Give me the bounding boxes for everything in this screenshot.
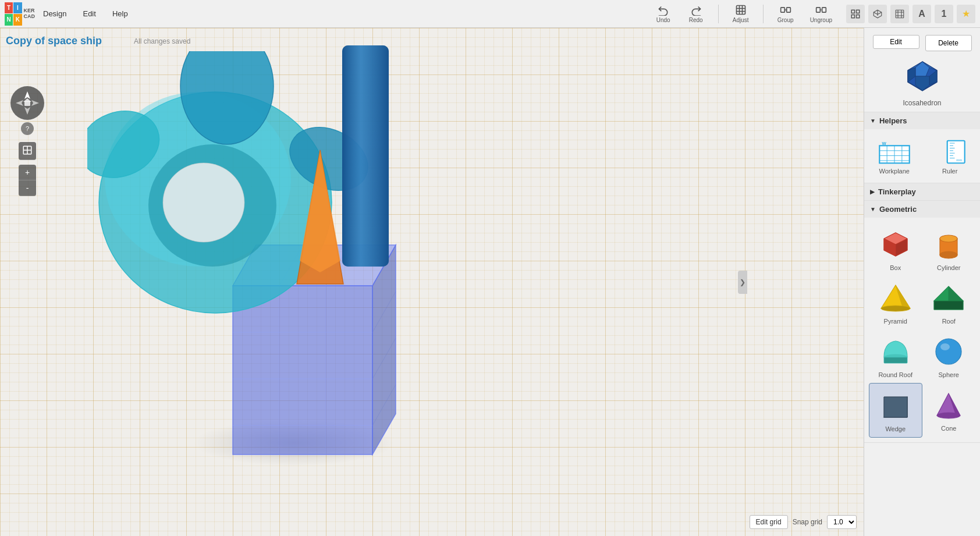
svg-point-75: [940, 235, 957, 242]
undo-label: Undo: [656, 17, 670, 23]
adjust-label: Adjust: [733, 17, 749, 23]
logo-k: K: [13, 14, 22, 26]
scene-3d: [0, 28, 864, 536]
bottom-bar: Edit grid Snap grid 0.1 0.5 1.0 2.0 5.0: [750, 515, 857, 529]
menu-design[interactable]: Design: [35, 0, 74, 28]
ungroup-button[interactable]: Ungroup: [803, 1, 839, 27]
menu-edit[interactable]: Edit: [74, 0, 104, 28]
view-controls: [19, 142, 36, 160]
shape-round-roof-item[interactable]: Round Roof: [869, 329, 922, 383]
svg-point-87: [940, 343, 950, 350]
shape-box-item[interactable]: Box: [869, 222, 922, 276]
view-grid-button[interactable]: [846, 5, 865, 23]
svg-rect-13: [896, 10, 904, 18]
geometric-arrow: ▼: [870, 206, 876, 212]
shape-roof-item[interactable]: Roof: [922, 276, 976, 329]
svg-rect-11: [851, 15, 854, 17]
svg-rect-0: [736, 6, 745, 15]
svg-rect-7: [816, 8, 820, 12]
svg-point-79: [881, 306, 910, 311]
shape-delete-button[interactable]: Delete: [925, 35, 972, 51]
snap-label: Snap grid: [793, 518, 822, 526]
svg-rect-83: [934, 301, 963, 310]
svg-rect-8: [822, 8, 826, 12]
geometric-section: ▼ Geometric Box: [864, 201, 980, 443]
shape-edit-button[interactable]: Edit: [873, 35, 919, 49]
menu-help[interactable]: Help: [104, 0, 136, 28]
logo-t: T: [5, 2, 13, 14]
logo[interactable]: T I N K KERCAD: [5, 0, 35, 28]
workplane-item[interactable]: W Workplane: [869, 134, 920, 178]
group-label: Group: [777, 17, 794, 23]
svg-point-30: [163, 163, 244, 242]
roof-label: Roof: [942, 318, 956, 325]
edit-grid-button[interactable]: Edit grid: [750, 515, 788, 529]
svg-marker-40: [16, 100, 23, 106]
view-3d-button[interactable]: [868, 5, 887, 23]
view-text-button[interactable]: A: [912, 5, 931, 23]
helpers-label: Helpers: [879, 116, 907, 125]
helpers-arrow: ▼: [870, 118, 876, 124]
tinkerplay-arrow: ▶: [870, 189, 875, 195]
helpers-section: ▼ Helpers W: [864, 112, 980, 183]
view-top-button[interactable]: [19, 142, 36, 160]
selected-shape-icon: [902, 56, 943, 97]
favorites-button[interactable]: ★: [957, 5, 975, 23]
svg-rect-37: [342, 45, 389, 267]
blue-tube-shape: [325, 45, 406, 267]
help-button[interactable]: ?: [21, 122, 34, 135]
svg-rect-10: [857, 10, 860, 13]
tinkerplay-section: ▶ Tinkerplay: [864, 183, 980, 201]
ungroup-label: Ungroup: [810, 17, 832, 23]
cylinder-label: Cylinder: [937, 264, 960, 271]
ruler-label: Ruler: [942, 168, 957, 175]
canvas-area[interactable]: Copy of space ship All changes saved: [0, 28, 864, 536]
helpers-grid: W Workplane: [864, 129, 980, 183]
redo-label: Redo: [689, 17, 703, 23]
logo-n: N: [5, 14, 13, 26]
svg-marker-38: [24, 91, 30, 99]
svg-rect-42: [24, 101, 30, 106]
svg-text:mm: mm: [956, 158, 962, 162]
pyramid-label: Pyramid: [884, 318, 907, 325]
shape-cylinder-item[interactable]: Cylinder: [922, 222, 976, 276]
view-num-button[interactable]: 1: [935, 5, 953, 23]
round-roof-label: Round Roof: [878, 371, 912, 378]
ruler-item[interactable]: mm Ruler: [925, 134, 976, 178]
panel-toggle-button[interactable]: ❯: [738, 271, 747, 294]
geometric-header[interactable]: ▼ Geometric: [864, 201, 980, 218]
sphere-label: Sphere: [939, 371, 959, 378]
selected-shape-info: Edit Delete Icosahedron: [864, 28, 980, 112]
main-area: Copy of space ship All changes saved: [0, 28, 980, 536]
shape-pyramid-item[interactable]: Pyramid: [869, 276, 922, 329]
helpers-header[interactable]: ▼ Helpers: [864, 112, 980, 129]
geometric-label: Geometric: [879, 205, 917, 214]
undo-button[interactable]: Undo: [648, 1, 679, 27]
svg-marker-39: [24, 107, 30, 115]
cone-label: Cone: [941, 425, 956, 432]
svg-marker-90: [884, 397, 907, 417]
snap-grid-select[interactable]: 0.1 0.5 1.0 2.0 5.0: [827, 515, 857, 529]
zoom-out-button[interactable]: -: [19, 180, 36, 196]
scene-container: [0, 28, 864, 536]
tinkerplay-header[interactable]: ▶ Tinkerplay: [864, 183, 980, 200]
adjust-button[interactable]: Adjust: [726, 1, 756, 27]
svg-rect-5: [780, 8, 784, 12]
nav-controls: ? + -: [10, 86, 44, 196]
svg-point-76: [940, 251, 957, 258]
redo-button[interactable]: Redo: [681, 1, 711, 27]
shape-wedge-item[interactable]: Wedge: [869, 383, 922, 438]
zoom-controls: + -: [19, 165, 36, 196]
svg-rect-12: [857, 15, 860, 17]
selected-shape-name: Icosahedron: [903, 99, 941, 107]
svg-point-86: [936, 339, 961, 364]
shape-sphere-item[interactable]: Sphere: [922, 329, 976, 383]
compass-control[interactable]: [10, 86, 44, 120]
svg-rect-6: [786, 8, 790, 12]
group-button[interactable]: Group: [770, 1, 801, 27]
shapes-grid: Box Cylinder: [864, 218, 980, 442]
shape-cone-item[interactable]: Cone: [922, 383, 976, 438]
zoom-in-button[interactable]: +: [19, 165, 36, 180]
view-box-button[interactable]: [890, 5, 909, 23]
menu-bar: T I N K KERCAD Design Edit Help Undo Red…: [0, 0, 980, 28]
